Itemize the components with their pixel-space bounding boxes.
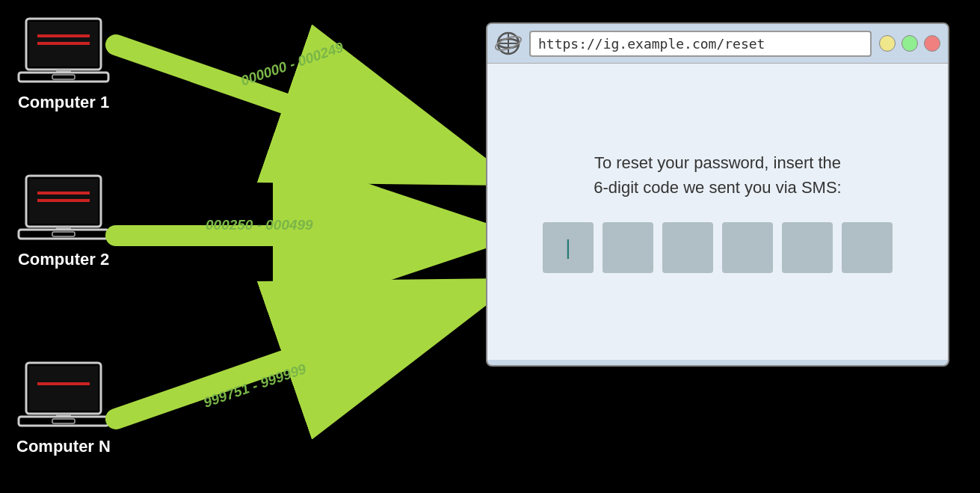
arrow-2-label: 000250 - 000499 [206,217,313,233]
browser-window: https://ig.example.com/reset To reset yo… [486,22,949,367]
browser-planet-icon [495,30,522,57]
url-bar[interactable]: https://ig.example.com/reset [529,31,872,57]
computer-n-label: Computer N [16,437,111,456]
svg-rect-19 [52,419,75,423]
arrow-3: 999751 - 999999 [116,254,505,426]
code-box-6[interactable] [842,222,893,273]
svg-rect-18 [19,417,108,426]
code-box-4[interactable] [722,222,773,273]
code-box-2[interactable] [603,222,653,273]
close-button[interactable] [924,35,940,52]
laptop-1-icon [15,15,112,90]
laptop-2-icon [15,172,112,247]
reset-line1: To reset your password, insert the [594,153,841,172]
arrow-3-label: 999751 - 999999 [201,361,308,411]
svg-rect-13 [52,232,75,236]
svg-rect-12 [19,230,108,239]
reset-line2: 6-digit code we sent you via SMS: [594,178,841,197]
code-box-3[interactable] [662,222,713,273]
maximize-button[interactable] [902,35,918,52]
minimize-button[interactable] [879,35,896,52]
browser-content: To reset your password, insert the 6-dig… [487,64,948,360]
reset-instruction: To reset your password, insert the 6-dig… [594,150,841,200]
code-box-5[interactable] [782,222,833,273]
svg-rect-5 [19,73,108,82]
computer-1-label: Computer 1 [18,93,109,112]
arrow-2: 000250 - 000499 [116,221,505,258]
browser-window-controls [879,35,940,52]
computer-1: Computer 1 [15,15,112,112]
computer-n: Computer N [15,359,112,456]
svg-rect-6 [52,75,75,79]
computer-2-label: Computer 2 [18,250,109,269]
arrow-1-label: 000000 - 000249 [238,39,345,89]
browser-titlebar: https://ig.example.com/reset [487,24,948,64]
arrow-1: 000000 - 000249 [116,45,505,195]
code-input-group[interactable] [543,222,893,273]
laptop-n-icon [15,359,112,434]
code-box-1[interactable] [543,222,594,273]
computer-2: Computer 2 [15,172,112,269]
svg-rect-15 [29,366,98,411]
scene: Computer 1 Computer 2 Computer N [0,0,980,493]
